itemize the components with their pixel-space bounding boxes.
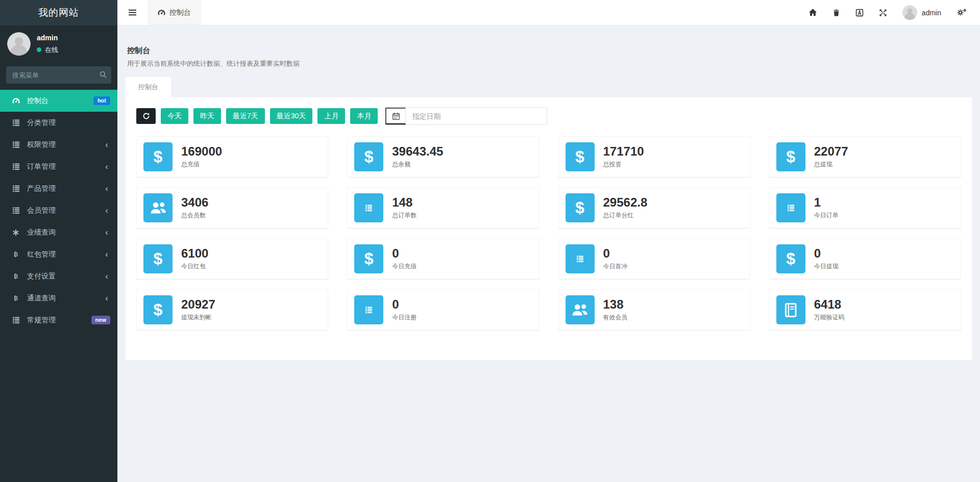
stat-value: 0 (392, 298, 416, 311)
topbar-tab-dashboard[interactable]: 控制台 (148, 0, 201, 25)
stat-card-今日红包: $6100今日红包 (136, 238, 328, 280)
user-panel: admin 在线 (0, 26, 117, 63)
list-icon (11, 207, 20, 214)
chevron-left-icon: ‹ (105, 294, 110, 302)
range-button-今天[interactable]: 今天 (161, 108, 188, 124)
sidebar-item-支付设置[interactable]: 支付设置‹ (0, 265, 117, 287)
stat-label: 今日提现 (814, 262, 839, 271)
stat-value: 6418 (814, 298, 845, 311)
trash-icon[interactable] (832, 9, 840, 17)
stat-value: 6100 (181, 247, 208, 260)
sidebar-item-分类管理[interactable]: 分类管理 (0, 112, 117, 134)
chevron-left-icon: ‹ (105, 184, 110, 193)
stat-value: 1 (814, 196, 839, 209)
sidebar-item-通道查询[interactable]: 通道查询‹ (0, 287, 117, 309)
stat-label: 今日红包 (181, 262, 208, 271)
user-status-label: 在线 (45, 45, 58, 55)
dollar-icon: $ (143, 142, 173, 171)
sidebar-item-产品管理[interactable]: 产品管理‹ (0, 177, 117, 199)
avatar (7, 32, 31, 56)
stat-value: 22077 (814, 145, 848, 158)
sidebar-menu: 控制台hot分类管理权限管理‹订单管理‹产品管理‹会员管理‹业绩查询‹红包管理‹… (0, 90, 117, 482)
range-button-上月[interactable]: 上月 (317, 108, 345, 124)
chevron-left-icon: ‹ (105, 272, 110, 281)
search-input[interactable] (6, 66, 111, 84)
dashboard-icon (11, 97, 20, 105)
stat-card-总投资: $171710总投资 (558, 136, 750, 177)
sidebar-item-业绩查询[interactable]: 业绩查询‹ (0, 221, 117, 243)
dollar-icon: $ (566, 142, 595, 171)
dollar-icon: $ (143, 295, 173, 324)
refresh-button[interactable] (136, 108, 156, 124)
sidebar: 我的网站 admin 在线 控制台hot分类管理权限管理‹订单管理‹产品管理‹会… (0, 0, 117, 482)
range-button-最近7天[interactable]: 最近7天 (226, 108, 265, 124)
home-icon[interactable] (808, 8, 817, 17)
asterisk-icon (11, 229, 20, 236)
stat-label: 今日订单 (814, 211, 839, 220)
menu-label: 红包管理 (27, 250, 105, 259)
topbar-username: admin (922, 9, 941, 17)
dollar-icon: $ (566, 193, 595, 222)
stat-value: 0 (392, 247, 416, 260)
stat-value: 3406 (181, 196, 208, 209)
dollar-icon: $ (776, 244, 805, 273)
topbar-user[interactable]: admin (902, 5, 941, 20)
chevron-left-icon: ‹ (105, 250, 110, 259)
menu-label: 权限管理 (27, 140, 105, 149)
sidebar-item-权限管理[interactable]: 权限管理‹ (0, 134, 117, 156)
sidebar-item-控制台[interactable]: 控制台hot (0, 90, 117, 112)
stat-value: 138 (603, 298, 628, 311)
sidebar-item-常规管理[interactable]: 常规管理new (0, 309, 117, 331)
stat-card-万能验证码: 6418万能验证码 (769, 289, 961, 331)
menu-label: 分类管理 (27, 118, 110, 128)
stat-card-今日首冲: 0今日首冲 (558, 238, 750, 280)
list-icon (11, 141, 20, 148)
dollar-icon: $ (143, 244, 173, 273)
stat-label: 今日充值 (392, 262, 416, 271)
stat-value: 169000 (181, 145, 222, 158)
stat-value: 0 (814, 247, 839, 260)
stat-card-今日提现: $0今日提现 (769, 238, 961, 280)
search-icon[interactable] (99, 70, 107, 79)
dollar-icon: $ (354, 142, 383, 171)
topbar-actions: admin (793, 5, 980, 20)
dollar-icon: $ (776, 142, 805, 171)
language-icon[interactable] (855, 9, 864, 17)
sidebar-item-订单管理[interactable]: 订单管理‹ (0, 156, 117, 177)
topbar: 控制台 admin (117, 0, 980, 26)
stat-value: 29562.8 (603, 196, 648, 209)
menu-label: 订单管理 (27, 162, 105, 171)
stat-label: 总充值 (181, 160, 222, 169)
chevron-left-icon: ‹ (105, 228, 110, 237)
range-button-最近30天[interactable]: 最近30天 (270, 108, 313, 124)
page-title: 控制台 (127, 46, 970, 56)
gears-icon[interactable] (957, 8, 967, 17)
menu-label: 常规管理 (27, 316, 91, 325)
menu-badge-new: new (91, 316, 110, 324)
filter-row: 今天昨天最近7天最近30天上月本月 (136, 107, 961, 125)
menu-label: 业绩查询 (27, 228, 105, 237)
stat-label: 今日首冲 (603, 262, 628, 271)
stat-label: 总订单数 (392, 211, 416, 220)
stat-card-总充值: $169000总充值 (136, 136, 328, 177)
dashboard-icon (158, 9, 165, 16)
stat-label: 万能验证码 (814, 313, 845, 322)
menu-label: 产品管理 (27, 184, 105, 193)
list-icon (11, 163, 20, 170)
tab-dashboard[interactable]: 控制台 (126, 77, 171, 97)
range-button-昨天[interactable]: 昨天 (193, 108, 221, 124)
dashboard-panel: 今天昨天最近7天最近30天上月本月 (126, 97, 972, 360)
sidebar-item-会员管理[interactable]: 会员管理‹ (0, 199, 117, 221)
hamburger-icon[interactable] (117, 0, 148, 25)
sidebar-item-红包管理[interactable]: 红包管理‹ (0, 243, 117, 265)
avatar (902, 5, 917, 20)
stat-card-提现未到帐: $20927提现未到帐 (136, 289, 328, 331)
stat-card-今日充值: $0今日充值 (347, 238, 539, 280)
list-icon (776, 193, 805, 222)
fullscreen-icon[interactable] (879, 9, 887, 17)
menu-badge-hot: hot (93, 96, 110, 105)
range-button-本月[interactable]: 本月 (350, 108, 378, 124)
calendar-icon[interactable] (385, 108, 406, 124)
bitcoin-icon (11, 295, 20, 302)
date-input[interactable] (406, 112, 547, 120)
